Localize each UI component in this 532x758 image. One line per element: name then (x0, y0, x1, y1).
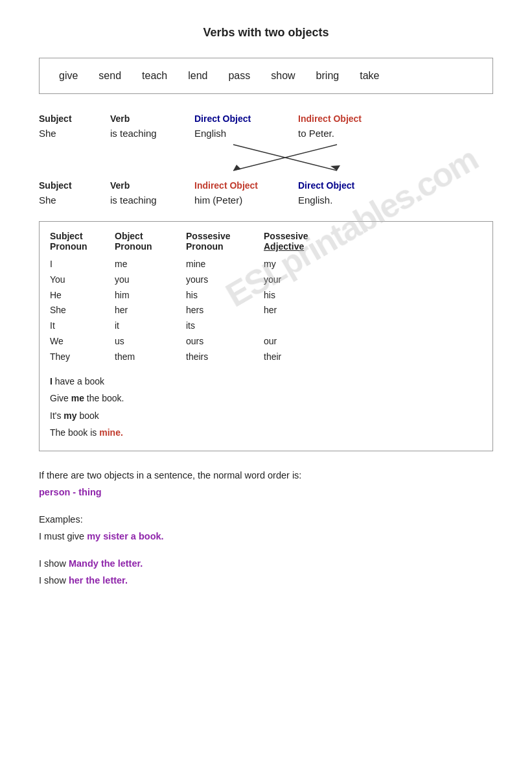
s1-obj2: to Peter. (298, 128, 415, 139)
example1: I must give my sister a book. (39, 528, 493, 545)
crossing-arrows (194, 141, 415, 174)
pronoun-cell-col3: ours (186, 334, 264, 349)
pronoun-cell-col2: her (115, 303, 186, 318)
s1-verb: is teaching (110, 128, 194, 139)
examples-label: Examples: (39, 511, 493, 528)
examples-section: Examples: I must give my sister a book. (39, 511, 493, 545)
pronoun-cell-col1: We (50, 334, 115, 349)
pronoun-examples: I have a book Give me the book. It's my … (50, 373, 482, 442)
pronoun-col4-header: PossesiveAdjective (264, 231, 341, 252)
section2-sentence: She is teaching him (Peter) English. (39, 195, 493, 206)
info-line1: If there are two objects in a sentence, … (39, 467, 493, 484)
pronoun-cell-col4: our (264, 334, 341, 349)
pronoun-cell-col4: her (264, 303, 341, 318)
verb-send: send (98, 70, 121, 82)
info-highlight: person - thing (39, 484, 493, 501)
pronoun-cell-col2: him (115, 288, 186, 303)
pronoun-table: SubjectPronoun ObjectPronoun PossesivePr… (39, 221, 493, 451)
verb-box: give send teach lend pass show bring tak… (39, 58, 493, 94)
pronoun-cell-col1: They (50, 349, 115, 365)
page-title: Verbs with two objects (39, 26, 493, 40)
info-section: If there are two objects in a sentence, … (39, 467, 493, 501)
pronoun-cell-col1: He (50, 288, 115, 303)
s2-subject: She (39, 195, 110, 206)
pronoun-data-row: Sheherhersher (50, 303, 482, 318)
pronoun-data-row: Theythemtheirstheir (50, 349, 482, 365)
example-line-3: It's my book (50, 407, 482, 425)
s1-subject-header: Subject (39, 113, 110, 124)
pronoun-data-row: Ititits (50, 318, 482, 334)
pronoun-cell-col3: hers (186, 303, 264, 318)
pronoun-cell-col3: its (186, 318, 264, 334)
example3: I show her the letter. (39, 572, 493, 589)
pronoun-cell-col4 (264, 318, 341, 334)
pronoun-cell-col4: your (264, 272, 341, 288)
verb-pass: pass (228, 70, 250, 82)
pronoun-data-row: Weusoursour (50, 334, 482, 349)
pronoun-cell-col3: yours (186, 272, 264, 288)
verb-teach: teach (142, 70, 167, 82)
section2-headers: Subject Verb Indirect Object Direct Obje… (39, 180, 493, 191)
svg-marker-3 (233, 165, 241, 171)
s2-subject-header: Subject (39, 180, 110, 191)
pronoun-cell-col2: them (115, 349, 186, 365)
pronoun-cell-col3: his (186, 288, 264, 303)
pronoun-col3-header: PossesivePronoun (186, 231, 264, 252)
pronoun-cell-col1: You (50, 272, 115, 288)
pronoun-cell-col2: it (115, 318, 186, 334)
verb-bring: bring (316, 70, 340, 82)
pronoun-col1-header: SubjectPronoun (50, 231, 115, 252)
example-line-2: Give me the book. (50, 390, 482, 407)
verb-take: take (360, 70, 379, 82)
verb-lend: lend (188, 70, 207, 82)
pronoun-headers: SubjectPronoun ObjectPronoun PossesivePr… (50, 231, 482, 252)
pronoun-cell-col3: theirs (186, 349, 264, 365)
s1-obj1: English (194, 128, 298, 139)
pronoun-cell-col2: me (115, 257, 186, 272)
pronoun-rows: ImeminemyYouyouyoursyourHehimhishisShehe… (50, 257, 482, 365)
s2-verb-header: Verb (110, 180, 194, 191)
pronoun-cell-col1: I (50, 257, 115, 272)
pronoun-data-row: Hehimhishis (50, 288, 482, 303)
verb-show: show (271, 70, 295, 82)
s1-subject: She (39, 128, 110, 139)
s1-indirect-header: Indirect Object (298, 113, 415, 124)
pronoun-cell-col2: you (115, 272, 186, 288)
s2-obj2: English. (298, 195, 415, 206)
pronoun-cell-col4: my (264, 257, 341, 272)
pronoun-cell-col1: She (50, 303, 115, 318)
pronoun-cell-col4: his (264, 288, 341, 303)
s2-obj1: him (Peter) (194, 195, 298, 206)
example-line-4: The book is mine. (50, 424, 482, 442)
s2-indirect-header: Indirect Object (194, 180, 298, 191)
s1-verb-header: Verb (110, 113, 194, 124)
pronoun-cell-col4: their (264, 349, 341, 365)
s2-verb: is teaching (110, 195, 194, 206)
section1-sentence: She is teaching English to Peter. (39, 128, 493, 139)
s2-direct-header: Direct Object (298, 180, 415, 191)
s1-direct-header: Direct Object (194, 113, 298, 124)
pronoun-cell-col2: us (115, 334, 186, 349)
pronoun-cell-col3: mine (186, 257, 264, 272)
section1-headers: Subject Verb Direct Object Indirect Obje… (39, 113, 493, 124)
pronoun-cell-col1: It (50, 318, 115, 334)
pronoun-col2-header: ObjectPronoun (115, 231, 186, 252)
verb-give: give (59, 70, 78, 82)
example-line-1: I have a book (50, 373, 482, 390)
pronoun-data-row: Imeminemy (50, 257, 482, 272)
example2: I show Mandy the letter. (39, 555, 493, 572)
examples2-section: I show Mandy the letter. I show her the … (39, 555, 493, 589)
pronoun-data-row: Youyouyoursyour (50, 272, 482, 288)
